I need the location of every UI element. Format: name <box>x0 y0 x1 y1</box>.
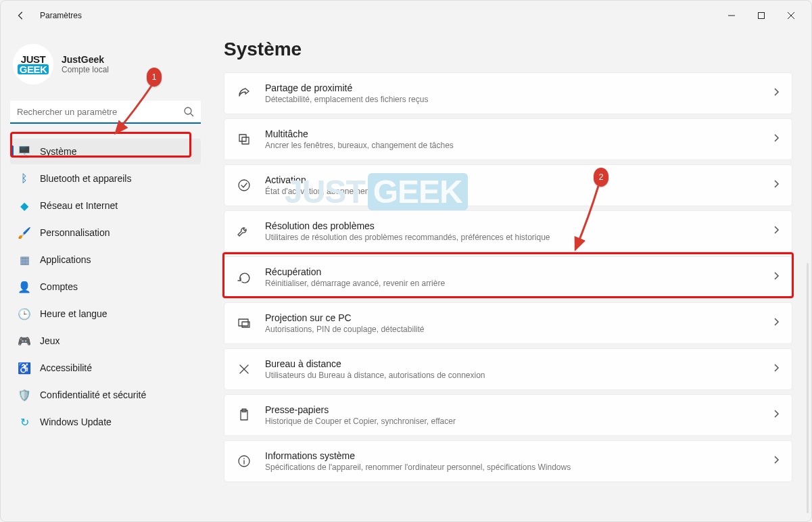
chevron-right-icon <box>773 363 780 375</box>
copy-icon <box>237 132 252 147</box>
page-title: Système <box>224 39 792 60</box>
search-box[interactable] <box>10 101 201 124</box>
chevron-right-icon <box>773 87 780 99</box>
card-subtitle: État d'activation, abonnements, clé de p… <box>265 187 759 196</box>
profile-sub: Compte local <box>62 65 109 74</box>
clipboard-icon <box>237 408 252 423</box>
sidebar-item-label: Confidentialité et sécurité <box>40 389 146 400</box>
card-icon <box>237 316 252 331</box>
chevron-right-icon <box>773 225 780 237</box>
sidebar-item-update[interactable]: ↻Windows Update <box>10 409 201 435</box>
sidebar-item-confidentialite[interactable]: 🛡️Confidentialité et sécurité <box>10 382 201 408</box>
profile-block[interactable]: JUST GEEK JustGeek Compte local <box>13 44 198 85</box>
card-subtitle: Historique de Couper et Copier, synchron… <box>265 417 759 426</box>
sidebar: JUST GEEK JustGeek Compte local 🖥️Systèm… <box>1 30 210 482</box>
search-icon <box>183 106 194 120</box>
sidebar-item-label: Heure et langue <box>40 308 108 319</box>
svg-rect-2 <box>239 135 246 141</box>
minimize-icon <box>727 11 736 20</box>
sidebar-item-comptes[interactable]: 👤Comptes <box>10 274 201 300</box>
card-title: Multitâche <box>265 128 759 139</box>
svg-rect-3 <box>242 137 249 144</box>
svg-point-4 <box>239 180 249 191</box>
chevron-right-icon <box>773 317 780 329</box>
sidebar-item-personnalisation[interactable]: 🖌️Personnalisation <box>10 220 201 245</box>
card-title: Activation <box>265 174 759 185</box>
close-button[interactable] <box>776 1 806 30</box>
settings-card-multitache[interactable]: MultitâcheAncrer les fenêtres, bureaux, … <box>224 118 792 160</box>
sidebar-item-label: Réseau et Internet <box>40 200 118 211</box>
search-input[interactable] <box>10 101 201 124</box>
card-icon <box>237 408 252 423</box>
remote-icon <box>237 362 252 377</box>
svg-rect-5 <box>239 319 248 326</box>
sidebar-item-reseau[interactable]: ◆Réseau et Internet <box>10 193 201 218</box>
avatar-line2: GEEK <box>18 64 49 74</box>
settings-card-resolution[interactable]: Résolution des problèmesUtilitaires de r… <box>224 210 792 252</box>
sidebar-item-label: Bluetooth et appareils <box>40 173 131 184</box>
maximize-icon <box>757 11 765 20</box>
scrollbar[interactable] <box>807 263 809 513</box>
update-icon: ↻ <box>18 416 30 428</box>
card-icon <box>237 224 252 239</box>
chevron-right-icon <box>773 455 780 467</box>
sidebar-item-label: Accessibilité <box>40 362 92 373</box>
card-title: Partage de proximité <box>265 82 759 93</box>
chevron-right-icon <box>773 133 780 145</box>
card-icon <box>237 132 252 147</box>
accessibilite-icon: ♿ <box>18 362 30 374</box>
card-subtitle: Détectabilité, emplacement des fichiers … <box>265 95 759 104</box>
bluetooth-icon: ᛒ <box>18 172 30 185</box>
arrow-left-icon <box>16 11 26 20</box>
card-subtitle: Utilitaires de résolution des problèmes … <box>265 233 759 242</box>
window-controls <box>717 1 806 30</box>
card-subtitle: Spécifications de l'appareil, renommer l… <box>265 462 759 472</box>
card-subtitle: Utilisateurs du Bureau à distance, autor… <box>265 371 759 380</box>
chevron-right-icon <box>773 409 780 421</box>
personnalisation-icon: 🖌️ <box>18 227 30 239</box>
sidebar-item-heure[interactable]: 🕒Heure et langue <box>10 301 201 327</box>
settings-card-infos[interactable]: Informations systèmeSpécifications de l'… <box>224 440 792 482</box>
settings-card-bureau[interactable]: Bureau à distanceUtilisateurs du Bureau … <box>224 348 792 390</box>
annotation-badge-2: 2 <box>594 168 608 187</box>
sidebar-nav: 🖥️SystèmeᛒBluetooth et appareils◆Réseau … <box>10 139 201 435</box>
sidebar-item-accessibilite[interactable]: ♿Accessibilité <box>10 355 201 381</box>
settings-card-partage[interactable]: Partage de proximitéDétectabilité, empla… <box>224 72 792 114</box>
card-subtitle: Ancrer les fenêtres, bureaux, changement… <box>265 141 759 150</box>
sidebar-item-label: Comptes <box>40 281 78 292</box>
card-title: Bureau à distance <box>265 358 759 369</box>
applications-icon: ▦ <box>18 254 30 266</box>
card-icon <box>237 454 252 469</box>
jeux-icon: 🎮 <box>18 335 30 347</box>
maximize-button[interactable] <box>746 1 776 30</box>
avatar: JUST GEEK <box>13 44 53 85</box>
sidebar-item-bluetooth[interactable]: ᛒBluetooth et appareils <box>10 166 201 191</box>
close-icon <box>787 11 795 20</box>
info-icon <box>237 454 252 469</box>
back-button[interactable] <box>6 1 36 30</box>
card-icon <box>237 178 252 193</box>
sidebar-item-label: Applications <box>40 254 91 265</box>
titlebar: Paramètres <box>1 1 811 30</box>
chevron-right-icon <box>773 179 780 191</box>
card-title: Résolution des problèmes <box>265 220 759 231</box>
annotation-highlight-systeme <box>10 132 191 158</box>
avatar-line1: JUST <box>21 54 45 64</box>
confidentialite-icon: 🛡️ <box>18 389 30 401</box>
heure-icon: 🕒 <box>18 308 30 320</box>
sidebar-item-jeux[interactable]: 🎮Jeux <box>10 328 201 354</box>
settings-card-activation[interactable]: ActivationÉtat d'activation, abonnements… <box>224 164 792 206</box>
settings-card-projection[interactable]: Projection sur ce PCAutorisations, PIN d… <box>224 302 792 344</box>
settings-card-presse[interactable]: Presse-papiersHistorique de Couper et Co… <box>224 394 792 436</box>
svg-rect-0 <box>759 13 765 19</box>
reseau-icon: ◆ <box>18 199 30 212</box>
sidebar-item-label: Personnalisation <box>40 227 110 238</box>
minimize-button[interactable] <box>717 1 746 30</box>
sidebar-item-label: Jeux <box>40 335 60 346</box>
profile-name: JustGeek <box>62 54 109 65</box>
sidebar-item-applications[interactable]: ▦Applications <box>10 247 201 272</box>
window-title: Paramètres <box>40 11 82 20</box>
comptes-icon: 👤 <box>18 281 30 293</box>
check-icon <box>237 178 252 193</box>
card-subtitle: Autorisations, PIN de couplage, détectab… <box>265 325 759 334</box>
